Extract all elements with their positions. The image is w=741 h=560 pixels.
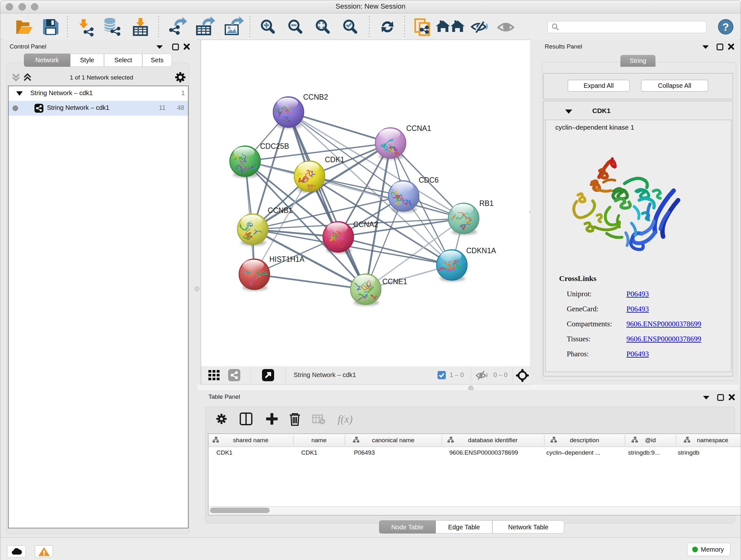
svg-text:CDC25B: CDC25B [260,142,289,150]
svg-text:CDC6: CDC6 [419,176,439,184]
svg-text:CCNB1: CCNB1 [268,206,293,214]
svg-text:CDKN1A: CDKN1A [466,246,496,255]
svg-text:CDK1: CDK1 [325,155,344,164]
svg-text:?: ? [723,21,729,33]
svg-text:RB1: RB1 [479,199,494,207]
svg-text:HIST1H1A: HIST1H1A [269,255,305,263]
svg-text:CCNA2: CCNA2 [353,220,378,229]
svg-text:CCNB2: CCNB2 [303,93,328,101]
svg-text:CCNE1: CCNE1 [382,277,407,286]
svg-text:CCNA1: CCNA1 [406,124,431,132]
